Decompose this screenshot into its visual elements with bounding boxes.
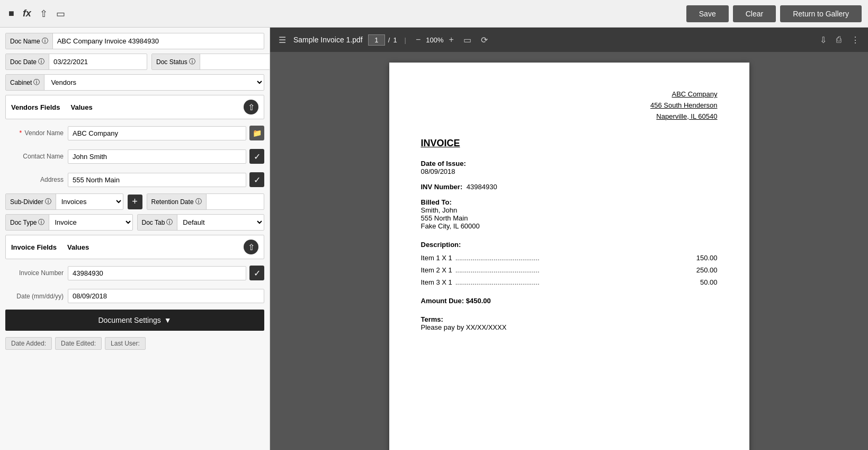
- pdf-history-button[interactable]: ⟳: [479, 34, 490, 46]
- invoice-date-value: 08/09/2018: [421, 167, 718, 175]
- doc-type-label: Doc Type ⓘ: [6, 215, 49, 230]
- invoice-number-input[interactable]: [68, 266, 246, 280]
- pdf-toolbar-right: ⇩ ⎙ ⋮: [818, 34, 862, 46]
- menu-icon[interactable]: ■: [6, 7, 16, 20]
- invoice-inv-num-value: 43984930: [467, 183, 497, 191]
- invoice-date-label: Date of Issue:: [421, 160, 718, 167]
- doc-tab-help-icon[interactable]: ⓘ: [166, 218, 173, 227]
- vendor-name-input[interactable]: [68, 126, 246, 140]
- invoice-item-1-name: Item 1 X 1: [421, 254, 452, 262]
- vendor-name-folder-button[interactable]: 📁: [249, 126, 264, 140]
- invoice-item-3-amount: 50.00: [700, 278, 718, 286]
- toolbar-right: Save Clear Return to Gallery: [686, 5, 862, 22]
- pdf-page-total: 1: [393, 36, 397, 44]
- invoice-item-2: Item 2 X 1 .............................…: [421, 266, 718, 274]
- invoice-number-input-wrap: ✓: [68, 266, 264, 280]
- doc-status-input[interactable]: [200, 55, 270, 69]
- address-row: Address ✓: [5, 170, 264, 189]
- invoice-billed-to-field: Billed To: Smith, John 555 North Main Fa…: [421, 198, 718, 230]
- pdf-zoom-control: − 100% +: [414, 34, 456, 46]
- pdf-page-input[interactable]: [368, 34, 385, 46]
- doc-type-select[interactable]: Invoice Receipt Contract Other: [49, 215, 132, 230]
- pdf-toolbar-left: ☰ Sample Invoice 1.pdf / 1 | − 100% + ▭ …: [276, 34, 812, 46]
- invoice-item-2-dots: ........................................…: [455, 266, 693, 274]
- pdf-more-options-button[interactable]: ⋮: [849, 34, 862, 46]
- address-input[interactable]: [68, 173, 246, 187]
- pdf-print-button[interactable]: ⎙: [834, 34, 844, 46]
- vendor-name-row: * Vendor Name 📁: [5, 123, 264, 143]
- subdiv-add-button[interactable]: +: [128, 195, 142, 209]
- pdf-menu-icon[interactable]: ☰: [276, 34, 288, 46]
- invoice-billed-address: 555 North Main: [421, 214, 718, 222]
- invoice-values-label: Values: [67, 243, 89, 251]
- invoice-item-1: Item 1 X 1 .............................…: [421, 254, 718, 262]
- invoice-number-check-button[interactable]: ✓: [249, 266, 264, 280]
- doc-name-input[interactable]: [53, 34, 264, 48]
- invoice-company-header: ABC Company 456 South Henderson Napervil…: [421, 89, 718, 122]
- address-check-button[interactable]: ✓: [249, 172, 264, 187]
- contact-name-check-button[interactable]: ✓: [249, 149, 264, 164]
- tablet-icon[interactable]: ▭: [54, 7, 67, 21]
- fx-icon[interactable]: fx: [21, 7, 33, 20]
- invoice-date-input[interactable]: [68, 289, 264, 303]
- invoice-date-input-wrap: [68, 289, 264, 303]
- left-panel: Doc Name ⓘ Doc Date ⓘ Doc Status ⓘ: [0, 28, 270, 450]
- doc-date-help-icon[interactable]: ⓘ: [38, 57, 44, 66]
- invoice-number-field: INV Number: 43984930: [421, 183, 718, 191]
- return-to-gallery-button[interactable]: Return to Gallery: [780, 5, 862, 22]
- vendors-section-labels: Vendors Fields Values: [11, 103, 93, 111]
- subdiv-select[interactable]: Invoices Receipts Contracts: [56, 195, 123, 209]
- save-button[interactable]: Save: [686, 5, 729, 22]
- invoice-amount-due: Amount Due: $450.00: [421, 297, 718, 305]
- pdf-download-button[interactable]: ⇩: [818, 34, 829, 46]
- address-input-wrap: ✓: [68, 172, 264, 187]
- invoice-inv-num-label: INV Number: 43984930: [421, 183, 718, 191]
- retention-help-icon[interactable]: ⓘ: [195, 197, 202, 206]
- invoice-number-label: Invoice Number: [5, 269, 64, 277]
- vendors-up-button[interactable]: ⇧: [244, 100, 258, 114]
- date-added-label: Date Added:: [5, 337, 52, 350]
- doc-date-box: Doc Date ⓘ: [5, 54, 147, 70]
- subdiv-box: Sub-Divider ⓘ Invoices Receipts Contract…: [5, 193, 123, 210]
- invoice-company-name: ABC Company: [421, 89, 718, 100]
- toolbar-left: ■ fx ⇧ ▭: [6, 7, 67, 21]
- invoice-date-row: Date (mm/dd/yy): [5, 287, 264, 305]
- cabinet-help-icon[interactable]: ⓘ: [33, 78, 40, 87]
- doc-name-label: Doc Name ⓘ: [6, 33, 53, 49]
- document-settings-button[interactable]: Document Settings ▼: [5, 310, 264, 331]
- invoice-billed-city: Fake City, IL 60000: [421, 222, 718, 230]
- pdf-fit-page-button[interactable]: ▭: [461, 34, 473, 46]
- doc-date-input[interactable]: [49, 55, 147, 69]
- cabinet-select[interactable]: Vendors Clients Finance: [44, 75, 264, 90]
- doc-type-help-icon[interactable]: ⓘ: [38, 218, 44, 227]
- contact-name-input[interactable]: [68, 149, 246, 164]
- contact-name-label: Contact Name: [5, 153, 64, 160]
- address-label: Address: [5, 176, 64, 183]
- invoice-billed-to-label: Billed To:: [421, 198, 718, 206]
- invoice-description-section: Description: Item 1 X 1 ................…: [421, 241, 718, 286]
- doc-status-help-icon[interactable]: ⓘ: [189, 57, 195, 66]
- cabinet-row: Cabinet ⓘ Vendors Clients Finance: [5, 74, 264, 91]
- clear-button[interactable]: Clear: [733, 5, 776, 22]
- pdf-page-sep: /: [388, 36, 390, 44]
- doc-tab-select[interactable]: Default Tab 1 Tab 2: [177, 215, 264, 230]
- doc-name-help-icon[interactable]: ⓘ: [42, 37, 48, 46]
- invoice-up-button[interactable]: ⇧: [244, 240, 258, 254]
- invoice-item-1-dots: ........................................…: [455, 254, 693, 262]
- invoice-number-row: Invoice Number ✓: [5, 263, 264, 283]
- doc-type-box: Doc Type ⓘ Invoice Receipt Contract Othe…: [5, 214, 133, 231]
- retention-date-input[interactable]: [207, 195, 264, 209]
- left-footer: Date Added: Date Edited: Last User:: [5, 335, 264, 352]
- retention-box: Retention Date ⓘ: [147, 193, 265, 210]
- contact-name-row: Contact Name ✓: [5, 147, 264, 166]
- pdf-zoom-out-button[interactable]: −: [414, 34, 423, 46]
- subdiv-help-icon[interactable]: ⓘ: [45, 197, 51, 206]
- settings-down-icon: ▼: [164, 316, 172, 324]
- last-user-label: Last User:: [105, 337, 146, 350]
- upload-icon[interactable]: ⇧: [38, 7, 50, 21]
- invoice-terms-value: Please pay by XX/XX/XXXX: [421, 323, 718, 331]
- invoice-item-3-name: Item 3 X 1: [421, 278, 452, 286]
- cabinet-label: Cabinet ⓘ: [6, 75, 44, 90]
- invoice-item-2-name: Item 2 X 1: [421, 266, 452, 274]
- pdf-zoom-in-button[interactable]: +: [447, 34, 456, 46]
